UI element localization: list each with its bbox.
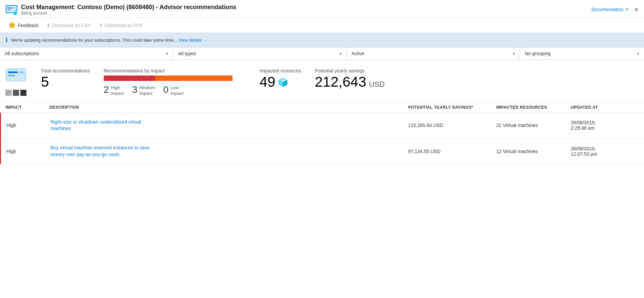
low-impact-count: 0 Lowimpact: [163, 85, 183, 97]
savings-value: 212,643: [315, 75, 366, 89]
impact-block: Recommendations by impact 2 Highimpact 3…: [104, 68, 246, 97]
info-icon: ℹ: [5, 36, 8, 44]
subscriptions-filter[interactable]: All subscriptions ▾: [0, 47, 173, 60]
row1-savings: 115,165.84 USD: [408, 123, 496, 128]
types-filter[interactable]: All types ▾: [173, 47, 346, 60]
chevron-down-icon: ▾: [340, 51, 342, 56]
filter-row: All subscriptions ▾ All types ▾ Active ▾…: [0, 47, 644, 60]
legend-squares: [5, 90, 27, 96]
status-filter[interactable]: Active ▾: [347, 47, 520, 60]
row1-description-link[interactable]: Right-size or shutdown underutilized vir…: [51, 119, 408, 132]
impact-counts: 2 Highimpact 3 Mediumimpact 0 Lowimpact: [104, 85, 246, 97]
row2-updated: 26/08/2019,12:07:53 pm: [571, 146, 639, 157]
savings-currency: USD: [369, 80, 385, 89]
row1-resources: 22 Virtual machines: [496, 123, 571, 128]
feedback-button[interactable]: 🙂 Feedback: [5, 21, 42, 30]
impacted-resources-value: 49: [260, 75, 276, 89]
title-block: Cost Management: Contoso (Demo) (8608480…: [21, 4, 236, 16]
svg-rect-8: [8, 71, 18, 73]
svg-rect-2: [7, 7, 12, 8]
service-icon-block: [5, 68, 27, 96]
view-details-link[interactable]: View details →: [178, 38, 207, 43]
row1-updated: 26/08/2019,2:29:48 am: [571, 120, 639, 131]
row1-description: Right-size or shutdown underutilized vir…: [51, 119, 408, 132]
row2-impact: High: [6, 149, 51, 154]
stats-section: Total recommendations 5 Recommendations …: [0, 60, 644, 102]
download-csv-icon: ⬇: [46, 23, 50, 28]
total-recommendations-label: Total recommendations: [41, 68, 90, 73]
total-recommendations-block: Total recommendations 5: [41, 68, 90, 89]
svg-rect-4: [13, 7, 16, 8]
impacted-value-row: 49: [260, 75, 301, 89]
row2-description: Buy virtual machine reserved instances t…: [51, 145, 408, 158]
row2-resources: 12 Virtual machines: [496, 149, 571, 154]
svg-rect-3: [7, 9, 11, 10]
row1-impact: High: [6, 123, 51, 128]
legend-sq-1: [5, 90, 12, 96]
info-banner: ℹ We're updating recommendations for you…: [0, 33, 644, 47]
low-impact-label: Lowimpact: [170, 85, 183, 97]
impact-bar-medium: [155, 76, 233, 81]
page-header: $ Cost Management: Contoso (Demo) (86084…: [0, 0, 644, 18]
page-subtitle: Billing account: [21, 11, 236, 16]
col-updated: UPDATED AT: [571, 105, 639, 110]
impact-bar: [104, 76, 233, 81]
high-impact-label: Highimpact: [111, 85, 124, 97]
impact-label: Recommendations by impact: [104, 68, 246, 73]
grouping-filter[interactable]: No grouping ▾: [520, 47, 644, 60]
medium-impact-label: Mediumimpact: [139, 85, 155, 97]
header-left: $ Cost Management: Contoso (Demo) (86084…: [5, 3, 236, 16]
cost-management-icon: $: [5, 3, 18, 16]
legend-sq-2: [13, 90, 19, 96]
savings-value-row: 212,643 USD: [315, 75, 385, 89]
cube-icon: [278, 77, 288, 87]
close-icon[interactable]: ✕: [634, 6, 639, 13]
documentation-link[interactable]: Documentation ↗: [591, 7, 629, 12]
header-right: Documentation ↗ ✕: [591, 6, 639, 13]
external-link-icon: ↗: [625, 7, 629, 12]
chevron-down-icon: ▾: [166, 51, 168, 56]
high-impact-count: 2 Highimpact: [104, 85, 124, 97]
smiley-icon: 🙂: [9, 22, 16, 28]
table-row: High Buy virtual machine reserved instan…: [0, 139, 644, 164]
toolbar: 🙂 Feedback ⬇ Download as CSV ⬇ Download …: [0, 18, 644, 33]
page-title: Cost Management: Contoso (Demo) (8608480…: [21, 4, 236, 11]
svg-rect-10: [19, 71, 24, 73]
impacted-resources-label: Impacted resources: [260, 68, 301, 73]
col-savings: POTENTIAL YEARLY SAVINGS*: [408, 105, 496, 110]
impacted-resources-block: Impacted resources 49: [260, 68, 301, 89]
svg-text:$: $: [14, 12, 16, 15]
chevron-down-icon: ▾: [513, 51, 515, 56]
potential-savings-label: Potential yearly savings: [315, 68, 385, 73]
chevron-down-icon: ▾: [637, 51, 639, 56]
legend-sq-3: [20, 90, 26, 96]
col-impact: IMPACT: [5, 105, 49, 110]
col-description: DESCRIPTION: [49, 105, 408, 110]
recommendations-table: IMPACT DESCRIPTION POTENTIAL YEARLY SAVI…: [0, 102, 644, 164]
col-resources: IMPACTED RESOURCES: [496, 105, 571, 110]
potential-savings-block: Potential yearly savings 212,643 USD: [315, 68, 385, 89]
download-csv-button[interactable]: ⬇ Download as CSV: [43, 21, 94, 29]
total-recommendations-value: 5: [41, 75, 90, 89]
impact-bar-high: [104, 76, 155, 81]
row2-description-link[interactable]: Buy virtual machine reserved instances t…: [51, 145, 408, 158]
svg-rect-9: [8, 75, 15, 76]
download-pdf-button[interactable]: ⬇ Download as PDF: [96, 21, 146, 29]
medium-impact-count: 3 Mediumimpact: [132, 85, 155, 97]
cost-management-card-icon: [5, 68, 27, 84]
row2-savings: 97,134.55 USD: [408, 149, 496, 154]
table-row: High Right-size or shutdown underutilize…: [0, 113, 644, 139]
table-header: IMPACT DESCRIPTION POTENTIAL YEARLY SAVI…: [0, 102, 644, 113]
download-pdf-icon: ⬇: [99, 23, 103, 28]
